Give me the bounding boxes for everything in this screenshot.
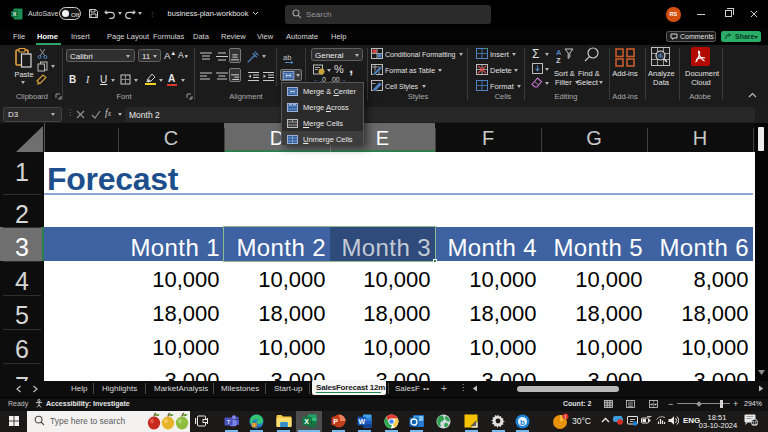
svg-text:T: T [227, 419, 231, 425]
svg-text:!: ! [565, 414, 567, 420]
svg-text:P: P [333, 418, 338, 425]
svg-text:b: b [520, 418, 525, 427]
svg-text:11: 11 [752, 420, 758, 426]
svg-text:W: W [358, 418, 365, 425]
svg-text:Z: Z [556, 56, 561, 63]
svg-text:ab: ab [283, 53, 291, 62]
svg-text:X: X [13, 11, 17, 17]
svg-text:X: X [304, 418, 309, 425]
